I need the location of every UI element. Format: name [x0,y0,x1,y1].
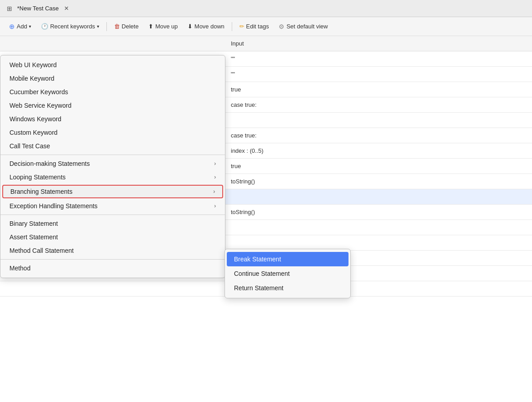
add-button[interactable]: ⊕ Add ▾ [5,21,35,32]
menu-item-label: Call Test Case [9,142,50,150]
menu-item-looping[interactable]: Looping Statements › [0,170,225,184]
move-down-icon: ⬇ [188,23,193,30]
table-header: Input [0,36,532,51]
title-bar-close-icon[interactable]: ✕ [64,5,69,12]
move-down-label: Move down [194,23,224,30]
menu-separator-1 [0,155,225,155]
row-input: case true: [225,101,532,108]
recent-keywords-button[interactable]: 🕐 Recent keywords ▾ [37,21,103,32]
row-input: "" [225,71,532,78]
row-input: toString() [225,209,532,215]
toolbar: ⊕ Add ▾ 🕐 Recent keywords ▾ 🗑 Delete ⬆ M… [0,17,532,36]
menu-item-label: Web UI Keyword [9,61,57,69]
row-input: true [225,86,532,93]
title-bar-icon: ⊞ [5,5,14,13]
menu-item-web-ui-keyword[interactable]: Web UI Keyword [0,58,225,72]
menu-item-label: Branching Statements [10,188,73,195]
submenu-branching: Break Statement Continue Statement Retur… [225,249,351,298]
menu-item-decision-making[interactable]: Decision-making Statements › [0,157,225,170]
menu-item-label: Method [9,265,31,272]
menu-item-label: Exception Handling Statements [9,202,97,210]
row-input: toString() [225,178,532,185]
toolbar-separator-1 [106,22,107,31]
submenu-chevron-icon: › [214,160,216,167]
submenu-item-return-statement[interactable]: Return Statement [225,281,350,295]
menu-item-label: Method Call Statement [9,247,73,254]
row-input: case true: [225,132,532,139]
set-default-view-icon: ⚙ [279,23,284,30]
add-icon: ⊕ [9,23,15,31]
add-label: Add [17,23,27,30]
menu-item-windows-keyword[interactable]: Windows Keyword [0,112,225,126]
menu-item-label: Windows Keyword [9,115,61,123]
menu-separator-2 [0,215,225,215]
delete-button[interactable]: 🗑 Delete [110,21,142,32]
title-bar-title: *New Test Case [17,5,59,12]
toolbar-separator-2 [232,22,232,31]
move-up-button[interactable]: ⬆ Move up [145,21,181,32]
header-input: Input [225,40,532,47]
dropdown-menu: Web UI Keyword Mobile Keyword Cucumber K… [0,55,225,278]
main-content: Input "" "" true case true: t_mapinput c… [0,36,532,402]
menu-item-exception-handling[interactable]: Exception Handling Statements › [0,199,225,213]
recent-keywords-icon: 🕐 [41,23,48,30]
move-up-icon: ⬆ [148,23,153,30]
submenu-item-label: Break Statement [234,256,281,263]
menu-item-label: Looping Statements [9,174,66,181]
menu-item-binary-statement[interactable]: Binary Statement [0,217,225,230]
edit-tags-button[interactable]: ✏ Edit tags [236,21,273,32]
menu-item-custom-keyword[interactable]: Custom Keyword [0,126,225,139]
add-chevron-icon: ▾ [29,24,31,29]
recent-keywords-label: Recent keywords [50,23,95,30]
recent-chevron-icon: ▾ [97,24,99,29]
menu-item-label: Mobile Keyword [9,75,55,82]
submenu-chevron-icon: › [213,188,215,195]
row-input: true [225,163,532,169]
menu-separator-3 [0,259,225,260]
move-down-button[interactable]: ⬇ Move down [184,21,228,32]
menu-item-mobile-keyword[interactable]: Mobile Keyword [0,72,225,85]
submenu-chevron-icon: › [214,174,216,180]
menu-item-label: Binary Statement [9,220,58,227]
menu-item-label: Cucumber Keywords [9,88,68,96]
set-default-view-label: Set default view [286,23,328,30]
menu-item-branching[interactable]: Branching Statements › [2,185,223,198]
menu-item-label: Custom Keyword [9,129,58,136]
dropdown-overlay: Web UI Keyword Mobile Keyword Cucumber K… [0,55,225,278]
menu-item-web-service-keyword[interactable]: Web Service Keyword [0,99,225,112]
menu-item-label: Decision-making Statements [9,160,90,167]
delete-icon: 🗑 [114,23,120,30]
submenu-item-continue-statement[interactable]: Continue Statement [225,266,350,281]
menu-item-label: Assert Statement [9,233,58,241]
menu-item-label: Web Service Keyword [9,102,71,109]
menu-item-assert-statement[interactable]: Assert Statement [0,230,225,244]
set-default-view-button[interactable]: ⚙ Set default view [275,21,331,32]
move-up-label: Move up [155,23,178,30]
submenu-item-label: Continue Statement [234,270,290,277]
edit-tags-label: Edit tags [246,23,269,30]
edit-tags-icon: ✏ [239,23,244,30]
delete-label: Delete [122,23,139,30]
submenu-item-break-statement[interactable]: Break Statement [227,252,349,266]
row-input: index : (0..5) [225,147,532,154]
submenu-chevron-icon: › [214,203,216,209]
menu-item-method[interactable]: Method [0,261,225,275]
menu-item-call-test-case[interactable]: Call Test Case [0,139,225,153]
menu-item-cucumber-keywords[interactable]: Cucumber Keywords [0,85,225,99]
menu-item-method-call-statement[interactable]: Method Call Statement [0,244,225,257]
title-bar: ⊞ *New Test Case ✕ [0,0,532,17]
row-input: "" [225,55,532,62]
submenu-item-label: Return Statement [234,284,284,292]
